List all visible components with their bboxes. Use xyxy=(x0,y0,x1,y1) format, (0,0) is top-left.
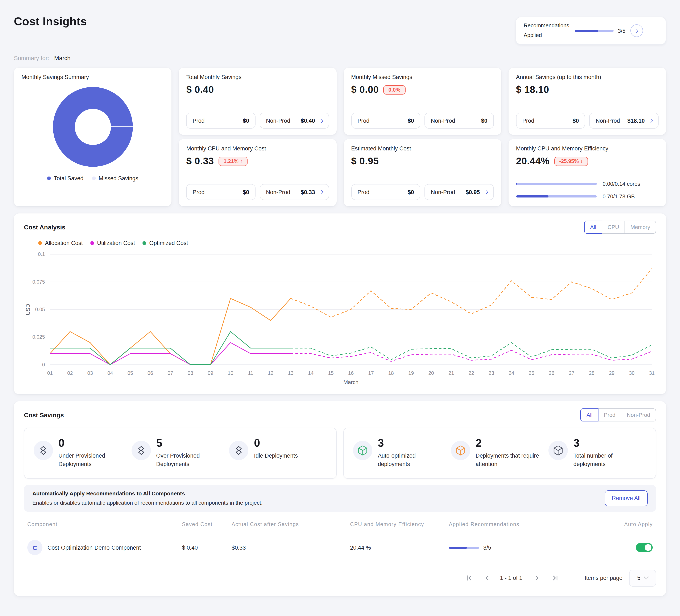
svg-text:29: 29 xyxy=(609,370,615,376)
banner-title: Automatically Apply Recommendations to A… xyxy=(32,490,594,497)
legend-utilization-cost: Utilization Cost xyxy=(90,240,135,246)
savings-donut-chart xyxy=(53,87,133,167)
next-page-button[interactable] xyxy=(533,575,540,582)
cpu-memory-cost-badge: 1.21% ↑ xyxy=(219,156,248,166)
monthly-missed-savings-card: Monthly Missed Savings $ 0.00 0.0% Prod$… xyxy=(344,68,501,135)
legend-dot-icon xyxy=(47,176,51,180)
svg-text:21: 21 xyxy=(448,370,454,376)
svg-text:18: 18 xyxy=(388,370,394,376)
prod-pill[interactable]: Prod$0 xyxy=(516,113,585,128)
tab-all[interactable]: All xyxy=(580,408,598,421)
svg-text:16: 16 xyxy=(348,370,354,376)
non-prod-pill[interactable]: Non-Prod$0 xyxy=(424,113,493,128)
tab-prod[interactable]: Prod xyxy=(598,408,621,421)
summary-month-value: March xyxy=(54,55,70,61)
efficiency-progress-bar xyxy=(516,196,597,198)
card-title: Total Monthly Savings xyxy=(187,74,329,80)
stat-over-provisioned-deployments: 5Over Provisioned Deployments xyxy=(131,437,229,469)
tab-all[interactable]: All xyxy=(584,221,602,234)
annual-savings-card: Annual Savings (up to this month) $ 18.1… xyxy=(509,68,667,135)
component-name[interactable]: Cost-Optimization-Demo-Component xyxy=(48,545,141,551)
recommendations-progress-bar xyxy=(575,30,614,32)
recommendations-row-progress-fill xyxy=(449,547,467,549)
chevron-right-icon xyxy=(319,118,323,123)
legend-dot-icon xyxy=(38,241,42,245)
prod-pill[interactable]: Prod$0 xyxy=(351,113,420,128)
efficiency-badge: -25.95% ↓ xyxy=(554,156,588,166)
env-pills: Prod$0Non-Prod$0 xyxy=(351,113,494,128)
items-per-page-select[interactable]: 5 xyxy=(629,569,656,586)
legend-dot-icon xyxy=(142,241,146,245)
svg-text:01: 01 xyxy=(47,370,53,376)
pagination-bar: 1 - 1 of 1 Items per page 5 xyxy=(24,569,656,588)
non-prod-pill[interactable]: Non-Prod$0.33 xyxy=(260,184,329,200)
stat-value: 0 xyxy=(58,437,122,449)
recommendations-applied-label: Recommendations Applied xyxy=(523,21,575,40)
previous-page-button[interactable] xyxy=(484,575,491,582)
cost-analysis-panel: Cost Analysis AllCPUMemory Allocation Co… xyxy=(14,213,666,394)
stat-under-provisioned-deployments: 0Under Provisioned Deployments xyxy=(34,437,131,469)
prod-pill[interactable]: Prod$0 xyxy=(187,184,256,200)
components-table: ComponentSaved CostActual Cost after Sav… xyxy=(24,514,656,561)
non-prod-pill[interactable]: Non-Prod$18.10 xyxy=(589,113,658,128)
stat-label: Deployments that require attention xyxy=(476,452,539,469)
cost-savings-scope-toggle: AllProdNon-Prod xyxy=(580,408,656,421)
auto-apply-toggle[interactable] xyxy=(636,543,653,552)
column-header-component: Component xyxy=(27,521,182,527)
chart-legend: Allocation CostUtilization CostOptimized… xyxy=(24,240,656,246)
non-prod-pill[interactable]: Non-Prod$0.40 xyxy=(260,113,329,128)
card-title: Monthly CPU and Memory Cost xyxy=(187,145,329,152)
tab-memory[interactable]: Memory xyxy=(625,221,656,234)
last-page-icon xyxy=(551,575,559,582)
tab-non-prod[interactable]: Non-Prod xyxy=(621,408,656,421)
svg-text:06: 06 xyxy=(147,370,153,376)
table-row: C Cost-Optimization-Demo-Component $ 0.4… xyxy=(24,534,656,561)
stat-idle-deployments: 0Idle Deployments xyxy=(229,437,327,469)
tab-cpu[interactable]: CPU xyxy=(602,221,625,234)
first-page-button[interactable] xyxy=(465,575,473,582)
column-header-actual-cost-after-savings: Actual Cost after Savings xyxy=(232,521,350,527)
cost-analysis-scope-toggle: AllCPUMemory xyxy=(584,221,656,234)
prod-pill[interactable]: Prod$0 xyxy=(351,184,420,200)
remove-all-button[interactable]: Remove All xyxy=(604,490,648,506)
stat-value: 5 xyxy=(156,437,220,449)
actual-cost-cell: $0.33 xyxy=(232,545,350,551)
deployment-stats-row: 0Under Provisioned Deployments5Over Prov… xyxy=(24,428,656,478)
stat-value: 3 xyxy=(573,437,638,449)
recommendations-expand-button[interactable] xyxy=(630,24,643,37)
svg-text:12: 12 xyxy=(268,370,274,376)
total-monthly-savings-value: $ 0.40 xyxy=(187,84,214,95)
donut-hole xyxy=(75,109,111,145)
prod-pill[interactable]: Prod$0 xyxy=(187,113,256,128)
efficiency-cell: 20.44 % xyxy=(350,545,449,551)
cost-savings-panel: Cost Savings AllProdNon-Prod 0Under Prov… xyxy=(14,401,666,596)
env-pills: Prod$0Non-Prod$0.95 xyxy=(351,184,494,200)
layers-icon xyxy=(229,441,249,460)
svg-text:04: 04 xyxy=(107,370,113,376)
card-title: Monthly CPU and Memory Efficiency xyxy=(516,145,659,152)
page-header: Cost Insights Recommendations Applied 3/… xyxy=(14,15,666,46)
cpu-memory-cost-value: $ 0.33 xyxy=(187,155,214,167)
svg-text:USD: USD xyxy=(25,304,31,315)
svg-text:09: 09 xyxy=(208,370,213,376)
efficiency-bar-label: 0.00/0.14 cores xyxy=(603,181,640,187)
cube-icon xyxy=(549,441,568,460)
stat-value: 2 xyxy=(476,437,539,449)
donut-legend: Total SavedMissed Savings xyxy=(22,175,164,181)
efficiency-bar-row: 0.70/1.73 GB xyxy=(516,193,660,200)
column-header-auto-apply: Auto Apply xyxy=(588,521,653,527)
items-per-page-label: Items per page xyxy=(585,575,622,581)
chevron-right-icon xyxy=(533,575,540,582)
svg-text:05: 05 xyxy=(128,370,133,376)
non-prod-pill[interactable]: Non-Prod$0.95 xyxy=(424,184,493,200)
chevron-right-icon xyxy=(484,190,488,194)
chevron-right-icon xyxy=(319,190,323,194)
svg-text:02: 02 xyxy=(67,370,73,376)
stat-label: Over Provisioned Deployments xyxy=(156,452,220,469)
last-page-button[interactable] xyxy=(551,575,559,582)
svg-text:26: 26 xyxy=(549,370,554,376)
svg-text:20: 20 xyxy=(428,370,434,376)
svg-text:15: 15 xyxy=(328,370,334,376)
svg-text:14: 14 xyxy=(308,370,314,376)
svg-text:07: 07 xyxy=(168,370,173,376)
